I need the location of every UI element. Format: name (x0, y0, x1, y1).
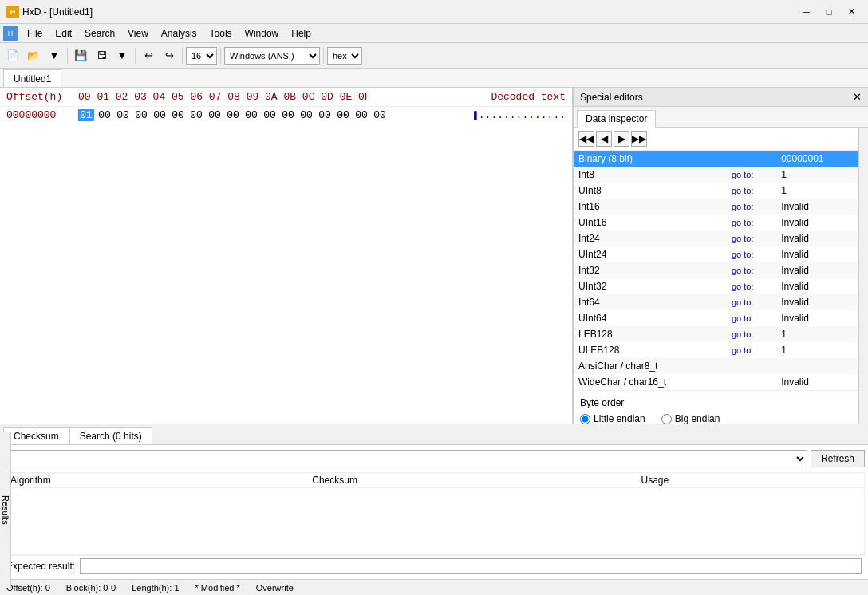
inspector-row-uint24[interactable]: UInt24 go to: Invalid (574, 246, 858, 262)
inspector-row-int64[interactable]: Int64 go to: Invalid (574, 294, 858, 310)
little-endian-label[interactable]: Little endian (580, 413, 645, 424)
close-button[interactable]: ✕ (841, 4, 862, 20)
open-button[interactable]: 📂 (24, 46, 43, 65)
inspector-goto-int16[interactable]: go to: (727, 199, 776, 215)
byte-11[interactable]: 00 (280, 109, 296, 121)
inspector-goto-uint32[interactable]: go to: (727, 278, 776, 294)
inspector-goto-uint64[interactable]: go to: (727, 310, 776, 326)
inspector-goto-leb128[interactable]: go to: (727, 326, 776, 342)
save-dropdown[interactable]: ▼ (112, 46, 132, 65)
undo-button[interactable]: ↩ (139, 46, 158, 65)
byte-12[interactable]: 00 (298, 109, 314, 121)
byte-9[interactable]: 00 (243, 109, 259, 121)
inspector-row-uleb128[interactable]: ULEB128 go to: 1 (574, 342, 858, 358)
inspector-row-widechar[interactable]: WideChar / char16_t Invalid (574, 374, 858, 390)
minimize-button[interactable]: ─ (796, 4, 817, 20)
refresh-button[interactable]: Refresh (811, 450, 865, 467)
view-mode-select[interactable]: hex (327, 47, 362, 65)
nav-next[interactable]: ▶ (614, 131, 629, 147)
inspector-goto-uint8[interactable]: go to: (727, 183, 776, 199)
byte-0[interactable]: 01 (78, 109, 94, 121)
inspector-row-ansichar[interactable]: AnsiChar / char8_t (574, 358, 858, 374)
inspector-type-uint32: UInt32 (574, 278, 727, 294)
inspector-goto-uint24[interactable]: go to: (727, 246, 776, 262)
menu-help[interactable]: Help (285, 26, 318, 41)
menu-search[interactable]: Search (78, 26, 121, 41)
inspector-row-int24[interactable]: Int24 go to: Invalid (574, 231, 858, 246)
menu-view[interactable]: View (121, 26, 155, 41)
document-tab[interactable]: Untitled1 (3, 69, 61, 87)
open-dropdown[interactable]: ▼ (45, 46, 64, 65)
inspector-goto-int32[interactable]: go to: (727, 262, 776, 278)
big-endian-label[interactable]: Big endian (661, 413, 720, 424)
menu-window[interactable]: Window (239, 26, 286, 41)
menu-tools[interactable]: Tools (203, 26, 239, 41)
nav-last[interactable]: ▶▶ (631, 131, 647, 147)
inspector-goto-int8[interactable]: go to: (727, 167, 776, 183)
inspector-row-uint8[interactable]: UInt8 go to: 1 (574, 183, 858, 199)
byte-8[interactable]: 00 (225, 109, 241, 121)
special-editors-close[interactable]: ✕ (853, 91, 862, 103)
inspector-goto-uleb128[interactable]: go to: (727, 342, 776, 358)
inspector-row-uint64[interactable]: UInt64 go to: Invalid (574, 310, 858, 326)
usage-col-header: Usage (635, 473, 865, 488)
inspector-value-uint24: Invalid (776, 246, 858, 262)
inspector-goto-uint16[interactable]: go to: (727, 215, 776, 231)
inspector-goto-int64[interactable]: go to: (727, 294, 776, 310)
data-inspector-tab[interactable]: Data inspector (577, 110, 656, 128)
inspector-scrollbar[interactable] (858, 128, 868, 424)
status-block: Block(h): 0-0 (66, 583, 116, 593)
inspector-row-leb128[interactable]: LEB128 go to: 1 (574, 326, 858, 342)
byte-1[interactable]: 00 (97, 109, 112, 121)
byte-6[interactable]: 00 (188, 109, 204, 121)
big-endian-radio[interactable] (661, 414, 672, 424)
save-button[interactable]: 💾 (71, 46, 90, 65)
restore-button[interactable]: □ (819, 4, 839, 20)
menu-analysis[interactable]: Analysis (155, 26, 203, 41)
inspector-goto-binary (727, 151, 776, 167)
byte-4[interactable]: 00 (152, 109, 168, 121)
checksum-tab-label: Checksum (14, 431, 59, 442)
menu-file[interactable]: File (21, 26, 49, 41)
inspector-row-int8[interactable]: Int8 go to: 1 (574, 167, 858, 183)
byte-order-section: Byte order Little endian Big endian (574, 390, 858, 424)
new-button[interactable]: 📄 (3, 46, 22, 65)
inspector-type-binary: Binary (8 bit) (574, 151, 727, 167)
encoding-select[interactable]: Windows (ANSI) (224, 47, 320, 65)
byte-16[interactable]: 00 (372, 109, 388, 121)
checksum-algorithm-dropdown[interactable] (3, 450, 807, 467)
inspector-type-ansichar: AnsiChar / char8_t (574, 358, 727, 374)
nav-prev[interactable]: ◀ (596, 131, 612, 147)
inspector-row-int16[interactable]: Int16 go to: Invalid (574, 199, 858, 215)
byte-2[interactable]: 00 (115, 109, 131, 121)
byte-7[interactable]: 00 (207, 109, 223, 121)
nav-first[interactable]: ◀◀ (578, 131, 594, 147)
sep5 (323, 48, 324, 64)
inspector-goto-int24[interactable]: go to: (727, 231, 776, 246)
byte-5[interactable]: 00 (170, 109, 186, 121)
redo-button[interactable]: ↪ (160, 46, 179, 65)
byte-15[interactable]: 00 (353, 109, 369, 121)
data-inspector: ◀◀ ◀ ▶ ▶▶ Binary (8 bit) 00000001 Int8 (574, 128, 858, 424)
byte-3[interactable]: 00 (133, 109, 149, 121)
bottom-area: Checksum Search (0 hits) Refresh Algorit… (0, 424, 868, 579)
inspector-goto-ansichar (727, 358, 776, 374)
inspector-row-binary[interactable]: Binary (8 bit) 00000001 (574, 151, 858, 167)
column-size-select[interactable]: 16 (186, 47, 217, 65)
inspector-value-widechar: Invalid (776, 374, 858, 390)
byte-10[interactable]: 00 (262, 109, 278, 121)
inspector-type-leb128: LEB128 (574, 326, 727, 342)
inspector-row-int32[interactable]: Int32 go to: Invalid (574, 262, 858, 278)
search-results-tab[interactable]: Search (0 hits) (69, 427, 152, 444)
save-all-button[interactable]: 🖫 (92, 46, 111, 65)
results-panel[interactable]: Results (0, 432, 11, 588)
expected-result-input[interactable] (80, 558, 862, 574)
byte-13[interactable]: 00 (317, 109, 333, 121)
inspector-row-uint32[interactable]: UInt32 go to: Invalid (574, 278, 858, 294)
checksum-tab[interactable]: Checksum (3, 427, 69, 444)
inspector-row-uint16[interactable]: UInt16 go to: Invalid (574, 215, 858, 231)
menu-edit[interactable]: Edit (49, 26, 78, 41)
byte-14[interactable]: 00 (335, 109, 351, 121)
little-endian-radio[interactable] (580, 414, 590, 424)
inspector-type-uint8: UInt8 (574, 183, 727, 199)
